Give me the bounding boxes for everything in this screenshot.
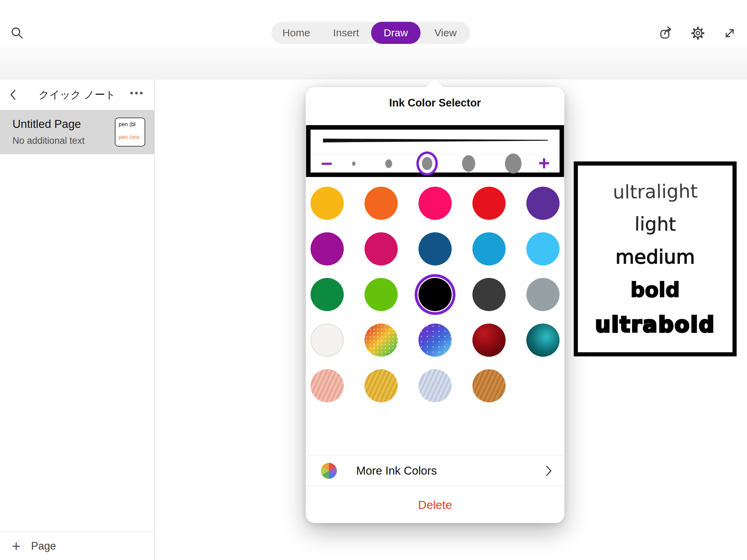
draw-toolbar: Text Mode Lasso Select Insert Space: [0, 47, 747, 80]
search-icon[interactable]: [10, 26, 25, 42]
popup-title: Ink Color Selector: [306, 97, 564, 109]
swatch-dark-blue[interactable]: [418, 232, 452, 265]
tab-home[interactable]: Home: [271, 22, 321, 44]
swatch-black[interactable]: [418, 278, 452, 311]
swatch-raspberry[interactable]: [365, 232, 398, 265]
fullscreen-expand-icon[interactable]: [722, 26, 737, 42]
thickness-annotation-box: − +: [306, 125, 564, 177]
swatch-dark-gray[interactable]: [472, 278, 506, 311]
page-title: Untitled Page: [12, 118, 81, 131]
swatch-ruby[interactable]: [472, 324, 506, 357]
size-dot-3-selected[interactable]: [422, 157, 432, 170]
ink-color-selector-popup: Ink Color Selector − + More Ink Colors D…: [306, 87, 564, 523]
color-wheel-icon: [321, 463, 337, 479]
increase-size-button[interactable]: +: [538, 154, 550, 172]
swatch-ocean-teal[interactable]: [526, 324, 560, 357]
swatch-pink[interactable]: [418, 187, 452, 220]
page-list-item[interactable]: Untitled Page No additional text pen (bl…: [0, 110, 154, 154]
popup-arrow: [425, 79, 443, 87]
swatch-galaxy[interactable]: [418, 324, 452, 357]
more-options-icon[interactable]: •••: [130, 88, 145, 99]
stroke-sample-bold: bold: [630, 280, 680, 300]
plus-icon: +: [12, 539, 21, 554]
page-list-sidebar: クイック ノート ••• Untitled Page No additional…: [0, 80, 155, 560]
swatch-purple[interactable]: [526, 187, 560, 220]
stroke-sample-medium: medium: [615, 247, 695, 267]
page-subtitle: No additional text: [12, 136, 85, 146]
thumbnail-line-2: pen (ora: [119, 134, 139, 140]
page-thumbnail: pen (bl pen (ora: [115, 118, 145, 147]
swatch-magenta[interactable]: [311, 232, 344, 265]
swatch-blue[interactable]: [472, 232, 506, 265]
stroke-sample-ultralight: ultralight: [612, 182, 698, 202]
swatch-bronze[interactable]: [472, 369, 506, 402]
swatch-rose-gold[interactable]: [311, 369, 344, 402]
tab-view[interactable]: View: [421, 22, 470, 44]
swatch-orange[interactable]: [365, 187, 398, 220]
swatch-gray[interactable]: [526, 278, 560, 311]
stroke-sample-light: light: [634, 215, 676, 234]
tab-bar: HomeInsertDrawView: [271, 22, 470, 44]
add-page-label: Page: [31, 540, 56, 552]
size-dots: [352, 155, 522, 172]
size-dot-5[interactable]: [505, 153, 522, 174]
swatch-red[interactable]: [472, 187, 506, 220]
share-icon[interactable]: [659, 26, 674, 42]
thumbnail-line-1: pen (bl: [119, 121, 136, 128]
stroke-sample-ultrabold: ultrabold: [595, 314, 715, 335]
size-dot-2[interactable]: [385, 159, 392, 168]
more-ink-colors-label: More Ink Colors: [356, 464, 437, 477]
stroke-width-preview: [323, 137, 548, 144]
sidebar-header: クイック ノート •••: [0, 80, 154, 110]
swatch-yellow[interactable]: [311, 187, 344, 220]
swatch-white[interactable]: [311, 324, 344, 357]
swatch-sky-blue[interactable]: [526, 232, 560, 265]
swatch-silver[interactable]: [418, 369, 452, 402]
swatch-gold[interactable]: [365, 369, 398, 402]
swatch-green[interactable]: [311, 278, 344, 311]
settings-gear-icon[interactable]: [690, 26, 706, 42]
decrease-size-button[interactable]: −: [321, 155, 333, 172]
tab-insert[interactable]: Insert: [321, 22, 371, 44]
size-dot-1[interactable]: [352, 161, 356, 166]
more-ink-colors-row[interactable]: More Ink Colors: [306, 455, 564, 486]
color-swatch-grid: [306, 187, 564, 402]
swatch-light-green[interactable]: [365, 278, 398, 311]
top-header: HomeInsertDrawView: [0, 0, 747, 47]
chevron-right-icon: [545, 465, 553, 477]
tab-draw[interactable]: Draw: [371, 22, 421, 44]
add-page-button[interactable]: + Page: [0, 532, 154, 560]
swatch-rainbow-glitter[interactable]: [365, 324, 398, 357]
delete-pen-button[interactable]: Delete: [306, 486, 564, 523]
size-dot-4[interactable]: [462, 155, 475, 172]
stroke-weight-sample-box: ultralightlightmediumboldultrabold: [574, 161, 737, 356]
